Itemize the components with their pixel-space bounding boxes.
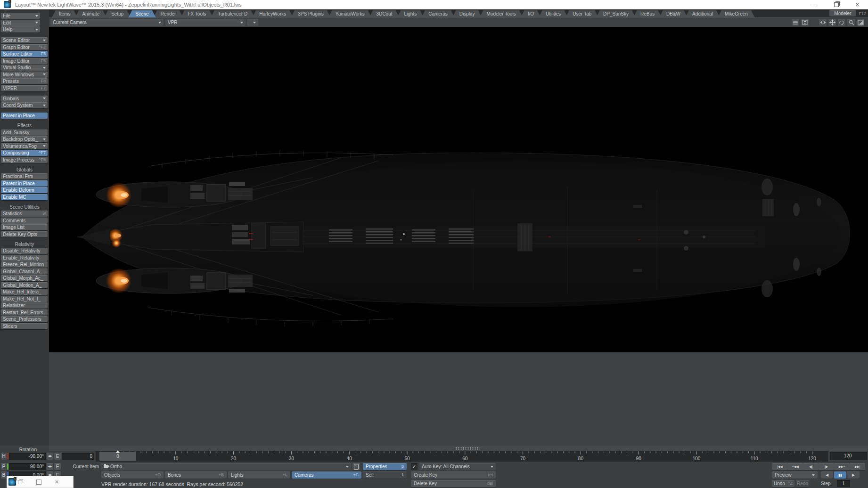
sidebar-item-volumetrics-fog[interactable]: Volumetrics/Fog xyxy=(1,143,48,149)
prev-frame-button[interactable]: ◀|| xyxy=(803,463,819,470)
undo-button[interactable]: Undo ^Z xyxy=(772,480,794,487)
tab-hurleyworks[interactable]: HurleyWorks xyxy=(252,10,293,17)
next-keyframe-button[interactable]: ▶▶+ xyxy=(834,463,850,470)
sidebar-item-backdrop-optio[interactable]: Backdrop Optio_ xyxy=(1,136,48,142)
sidebar-item-parent-in-place[interactable]: Parent in Place xyxy=(1,180,48,187)
channel-h-envelope-button[interactable]: E xyxy=(54,453,61,460)
last-frame-button[interactable]: ▶▶| xyxy=(850,463,865,470)
sidebar-item-presets[interactable]: PresetsF8 xyxy=(1,78,48,84)
render-mode-select[interactable]: VPR xyxy=(165,19,246,26)
viewport-canvas[interactable] xyxy=(49,27,868,352)
tab-lights[interactable]: Lights xyxy=(397,10,424,17)
floating-mini-window[interactable]: L ✕ xyxy=(7,476,74,488)
sidebar-item-coord-system[interactable]: Coord System xyxy=(1,102,48,108)
sidebar-item-enable-mc[interactable]: Enable MC xyxy=(1,194,48,200)
current-frame-field[interactable]: 0 xyxy=(62,453,94,460)
sidebar-item-viper[interactable]: VIPERF7 xyxy=(1,85,48,91)
close-icon[interactable]: ✕ xyxy=(55,479,59,485)
sidebar-item-globals[interactable]: Globals xyxy=(1,96,48,102)
zoom-view-button[interactable] xyxy=(847,19,855,26)
sidebar-item-image-process[interactable]: Image Process^F8 xyxy=(1,157,48,163)
step-field[interactable]: 1 xyxy=(837,480,850,487)
item-properties-panel-button[interactable] xyxy=(352,463,360,470)
sidebar-item-restart-rel-errors[interactable]: Restart_Rel_Errors xyxy=(1,309,48,316)
sidebar-item-make-rel-intera[interactable]: Make_Rel_Intera_ xyxy=(1,289,48,295)
sidebar-item-delete-key-opts[interactable]: Delete Key Opts xyxy=(1,231,48,237)
sidebar-item-relativizer[interactable]: Relativizer xyxy=(1,302,48,309)
tab-rebus[interactable]: ReBus xyxy=(633,10,662,17)
camera-view-select[interactable]: Current Camera xyxy=(50,19,164,26)
sidebar-item-freeze-rel-motion[interactable]: Freeze_Rel_Motion xyxy=(1,261,48,268)
menu-file[interactable]: File xyxy=(1,13,40,19)
sidebar-item-fractional-frm[interactable]: Fractional Frm xyxy=(1,173,48,179)
sidebar-item-comments[interactable]: Comments xyxy=(1,218,48,224)
tab-display[interactable]: Display xyxy=(452,10,482,17)
sidebar-item-surface-editor[interactable]: Surface EditorF5 xyxy=(1,51,48,57)
autokey-checkbox[interactable]: ✓ xyxy=(411,463,418,470)
save-view-button[interactable] xyxy=(801,19,809,26)
restore-windows-icon[interactable] xyxy=(18,480,22,484)
tab-3ps-plugins[interactable]: 3PS Plugins xyxy=(291,10,330,17)
tab-modeler-tools[interactable]: Modeler Tools xyxy=(480,10,523,17)
sidebar-item-add-sunsky[interactable]: Add_Sunsky xyxy=(1,130,48,136)
play-reverse-button[interactable]: ◀ xyxy=(821,472,833,479)
render-options-dropdown[interactable] xyxy=(247,19,258,26)
tab-render[interactable]: Render xyxy=(154,10,183,17)
tab-items[interactable]: Items xyxy=(52,10,77,17)
sidebar-item-compositing[interactable]: Compositing^F7 xyxy=(1,150,48,156)
channel-b-chip[interactable]: B xyxy=(1,472,7,479)
sidebar-item-disable-relativity[interactable]: Disable_Relativity xyxy=(1,248,48,254)
tab-cameras[interactable]: Cameras xyxy=(421,10,455,17)
tab-additional[interactable]: Additional xyxy=(685,10,720,17)
frame-slider-handle[interactable]: 0 xyxy=(99,452,136,461)
panel-resize-handle[interactable] xyxy=(455,447,480,450)
current-item-select[interactable]: Ortho xyxy=(101,463,351,470)
autokey-select[interactable]: Auto Key: All Channels xyxy=(419,463,496,470)
delete-key-button[interactable]: Delete Key del xyxy=(411,480,496,487)
modeler-button[interactable]: Modeler xyxy=(829,10,856,16)
objects-select-button[interactable]: Objects+O xyxy=(101,472,164,479)
sidebar-item-enable-deform[interactable]: Enable Deform xyxy=(1,187,48,193)
tab-turbulencefd[interactable]: TurbulenceFD xyxy=(211,10,254,17)
restore-button[interactable] xyxy=(826,0,847,9)
center-item-button[interactable] xyxy=(819,19,827,26)
sidebar-item-global-morph-ac[interactable]: Global_Morph_Ac_ xyxy=(1,275,48,281)
sidebar-item-global-channl-a[interactable]: Global_Channl_A_ xyxy=(1,268,48,275)
first-frame-button[interactable]: |◀◀ xyxy=(772,463,787,470)
pause-button[interactable]: ▮▮ xyxy=(834,472,846,479)
menu-help[interactable]: Help xyxy=(1,26,40,33)
sidebar-item-make-rel-not-i[interactable]: Make_Rel_Not_I_ xyxy=(1,296,48,302)
channel-h-value[interactable]: -90.00° xyxy=(9,453,46,460)
tab-mikegreen[interactable]: MikeGreen xyxy=(718,10,755,17)
sidebar-item-enable-relativity[interactable]: Enable_Relativity xyxy=(1,255,48,261)
maximize-icon[interactable] xyxy=(36,480,41,485)
tab-yamatoworks[interactable]: YamatoWorks xyxy=(328,10,372,17)
fit-view-button[interactable] xyxy=(857,19,864,26)
redo-button[interactable]: Redo xyxy=(796,480,809,487)
sidebar-item-sliders[interactable]: Sliders xyxy=(1,323,48,329)
sidebar-item-image-editor[interactable]: Image EditorF6 xyxy=(1,58,48,64)
channel-h-chip[interactable]: H xyxy=(1,453,7,460)
preview-select[interactable]: Preview xyxy=(772,472,818,479)
tab-3dcoat[interactable]: 3DCoat xyxy=(369,10,400,17)
next-frame-button[interactable]: ||▶ xyxy=(819,463,834,470)
tab-utilities[interactable]: Utilities xyxy=(539,10,568,17)
cameras-select-button[interactable]: Cameras+C xyxy=(292,472,361,479)
prev-keyframe-button[interactable]: +◀◀ xyxy=(787,463,803,470)
play-forward-button[interactable]: ▶ xyxy=(847,472,860,479)
menu-edit[interactable]: Edit xyxy=(1,20,40,26)
sidebar-item-scene-editor[interactable]: Scene Editor xyxy=(1,37,48,43)
tab-dp-sunsky[interactable]: DP_SunSky xyxy=(596,10,636,17)
close-button[interactable]: ✕ xyxy=(847,0,868,9)
sidebar-item-statistics[interactable]: Statisticsw xyxy=(1,211,48,217)
lights-select-button[interactable]: Lights+L xyxy=(228,472,290,479)
sidebar-item-virtual-studio[interactable]: Virtual Studio xyxy=(1,65,48,71)
rotate-view-button[interactable] xyxy=(838,19,845,26)
move-view-button[interactable] xyxy=(828,19,836,26)
bones-select-button[interactable]: Bones+B xyxy=(165,472,227,479)
channel-p-envelope-button[interactable]: E xyxy=(54,463,61,470)
channel-p-value[interactable]: -90.00° xyxy=(9,463,46,470)
channel-p-chip[interactable]: P xyxy=(1,463,7,470)
channel-p-nudge[interactable]: ◀▶ xyxy=(47,463,53,470)
tab-scene[interactable]: Scene xyxy=(128,10,156,17)
